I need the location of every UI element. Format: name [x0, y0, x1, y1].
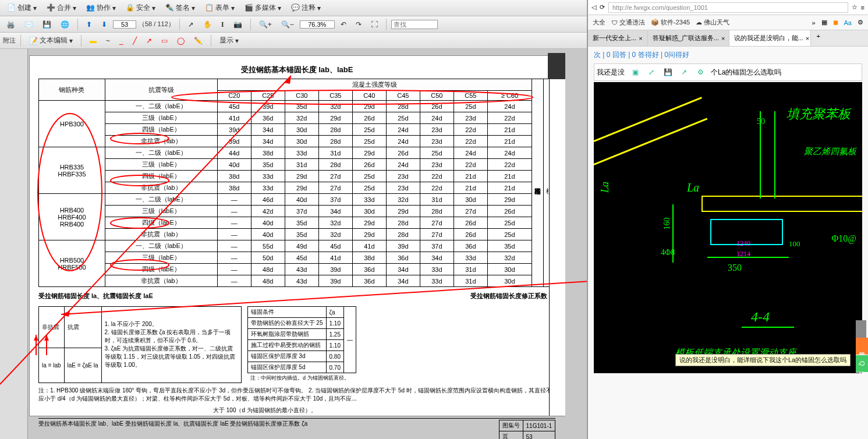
question-suffix: 个La的锚固怎么选取吗 [711, 68, 781, 77]
bookmark-item[interactable]: ☁ 佛山天气 [696, 18, 729, 27]
line-icon: ╱ [133, 37, 137, 45]
text-select-tool[interactable]: 𝐈 [218, 19, 228, 30]
highlight-tool[interactable]: ▬ [86, 36, 100, 46]
select-tool[interactable]: ➚ [185, 19, 197, 30]
arrow-down-icon: ⬇ [101, 20, 107, 29]
dark-patch [548, 53, 565, 79]
scroll-up-tab[interactable] [856, 320, 866, 338]
cad-dim-160: 160 [662, 218, 672, 230]
print-button[interactable]: 🖨️ [3, 19, 19, 30]
gear-icon[interactable]: ⚙ [858, 19, 863, 26]
side-label-strip [549, 56, 565, 416]
url-input[interactable] [608, 2, 848, 13]
create-button[interactable]: 📄创建 ▾ [3, 2, 40, 14]
zoom-out-button[interactable]: 🔍− [278, 19, 297, 30]
cad-label-fill: 填充聚苯板 [786, 105, 851, 123]
page-body: 次 | 0 回答 | 0 答得好 | 0问得好 我还是没 ▣ ⤢ 💾 ↗ ⚙ 个… [588, 47, 868, 377]
expand-icon[interactable]: ⤢ [646, 66, 657, 78]
arrow-icon: ↗ [146, 37, 152, 45]
cad-la-label2: La [687, 181, 699, 194]
tab-3-active[interactable]: 说的我还是没明白，能... × [729, 30, 811, 46]
text-edit-button[interactable]: 📝文本编辑 ▾ [26, 34, 76, 47]
prev-page-button[interactable]: ⬆ [83, 19, 95, 30]
forms-button[interactable]: 📋表单 ▾ [201, 2, 238, 14]
star-icon[interactable]: ☆ [852, 3, 858, 11]
bookmark-item[interactable]: 🛡 交通违法 [611, 18, 645, 27]
formula-table: 非抗震抗震1. la 不应小于 200。2. 锚固长度修正系数 ζa 按右表取用… [38, 306, 242, 383]
bottom-summary: 受拉钢筋基本锚固长度 lab、labE 受拉钢筋锚固长度 la、抗震锚固长度 l… [38, 420, 493, 439]
new-tab-button[interactable]: + [811, 30, 826, 46]
back-button[interactable]: ◁ [591, 3, 596, 11]
rotate-left-icon: ↶ [341, 20, 346, 29]
cad-vline [774, 111, 775, 199]
bookmark-item[interactable]: 📦 软件-2345 [651, 18, 690, 27]
underline-tool[interactable]: _ [116, 36, 127, 46]
cad-underline [742, 327, 794, 328]
ext-icon-2[interactable]: ◼ [833, 19, 838, 26]
cad-drawing-view[interactable]: 填充聚苯板 聚乙烯四氟板 50 160 1240 1214 350 100 La… [594, 82, 862, 373]
secure-button[interactable]: 🔒安全 ▾ [122, 2, 159, 14]
cad-dim-line [707, 257, 789, 258]
ext-icon-1[interactable]: ▦ [821, 19, 827, 26]
media-button[interactable]: 🎬多媒体 ▾ [240, 2, 285, 14]
tab-2[interactable]: 答疑解惑_广联达服务... × [648, 30, 729, 46]
merge-button[interactable]: ➕合并 ▾ [42, 2, 80, 14]
text-icon: 📝 [29, 37, 38, 45]
arrow-tool[interactable]: ↗ [143, 36, 155, 46]
bookmark-item[interactable]: 大全 [593, 18, 605, 27]
document-page: 受拉钢筋基本锚固长度 lab、labE 钢筋种类抗震等级混凝土强度等级标准构造详… [29, 55, 565, 416]
right-tab-1[interactable]: 关我 [856, 338, 868, 355]
toolbar-main: 📄创建 ▾ ➕合并 ▾ 👥协作 ▾ 🔒安全 ▾ ✒️签名 ▾ 📋表单 ▾ 🎬多媒… [0, 0, 587, 16]
rect-tool[interactable]: ▭ [158, 36, 171, 46]
right-tab-2[interactable]: Q答 [856, 355, 868, 373]
email-button[interactable]: ✉️ [21, 19, 37, 30]
rotate-left-button[interactable]: ↶ [337, 19, 350, 30]
display-button[interactable]: 显示 ▾ [216, 34, 242, 47]
reload-button[interactable]: ⟳ [600, 3, 605, 11]
cad-phi10: Φ10@ [832, 233, 856, 244]
gear-icon[interactable]: ⚙ [695, 66, 706, 78]
search-input[interactable] [391, 20, 438, 29]
printer-icon: 🖨️ [6, 20, 15, 29]
media-icon: 🎬 [244, 3, 253, 13]
pencil-tool[interactable]: ✏️ [190, 36, 206, 46]
share-icon[interactable]: ↗ [678, 66, 690, 78]
rotate-right-button[interactable]: ↷ [352, 19, 365, 30]
hand-icon: ✋ [203, 20, 212, 29]
pencil-icon: ✏️ [194, 37, 203, 45]
collab-button[interactable]: 👥协作 ▾ [82, 2, 119, 14]
page-number-input[interactable] [113, 20, 136, 29]
atlas-info: 图集号11G101-1 页53 [499, 420, 555, 439]
separator [250, 19, 251, 30]
highlight-icon: ▬ [90, 37, 97, 45]
hand-tool[interactable]: ✋ [200, 19, 215, 30]
table-notes: 注：1. HPB300 级钢筋末端应做 180° 弯钩，弯后平直段长度不应小于 … [38, 387, 555, 403]
comment-button[interactable]: 💬注释 ▾ [287, 2, 324, 14]
fit-page-button[interactable]: ⛶ [367, 19, 381, 30]
browser-pane: ◁ ⟳ ☆ ≡ 大全 🛡 交通违法 📦 软件-2345 ☁ 佛山天气 » ▦ ◼… [587, 0, 868, 439]
sign-button[interactable]: ✒️签名 ▾ [161, 2, 199, 14]
cad-section-box [710, 219, 783, 245]
chevron-right-icon[interactable]: » [812, 19, 815, 26]
layers-icon[interactable]: ▣ [629, 66, 641, 78]
menu-icon[interactable]: ≡ [861, 4, 865, 11]
save-button[interactable]: 💾 [39, 19, 55, 30]
ext-icon-3[interactable]: Aa [844, 19, 852, 26]
zoom-input[interactable] [300, 20, 335, 29]
tab-1[interactable]: 新一代安全上... × [588, 30, 648, 46]
page-total: （58 / 112） [139, 20, 175, 29]
web-button[interactable]: 🌐 [57, 19, 73, 30]
save-icon[interactable]: 💾 [662, 66, 674, 78]
line-tool[interactable]: ╱ [129, 36, 140, 46]
separator [386, 19, 387, 30]
next-page-button[interactable]: ⬇ [98, 19, 111, 30]
separator [81, 35, 82, 47]
lower-title-right: 受拉钢筋锚固长度修正系数 ζa [470, 292, 555, 300]
strikeout-tool[interactable]: ~ [102, 36, 114, 46]
zoom-in-button[interactable]: 🔍+ [256, 19, 275, 30]
oval-tool[interactable]: ◯ [173, 36, 188, 46]
disk-icon: 💾 [42, 20, 51, 29]
snapshot-tool[interactable]: 📷 [230, 19, 246, 30]
thumbnail-strip[interactable] [0, 49, 28, 439]
cad-beam [702, 196, 862, 212]
